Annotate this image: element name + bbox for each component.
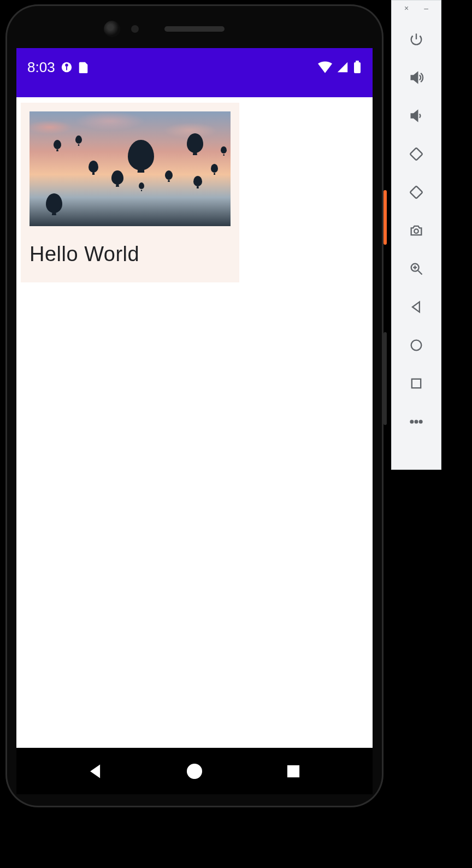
signal-icon [337, 61, 349, 73]
svg-rect-1 [410, 186, 422, 198]
emu-more-button[interactable] [404, 410, 428, 434]
volume-down-button[interactable] [404, 104, 428, 128]
device-screen: 8:03 [16, 48, 373, 794]
status-bar: 8:03 [16, 48, 373, 97]
svg-point-2 [414, 229, 418, 233]
emulator-toolbar: × – [391, 0, 441, 470]
svg-point-13 [65, 64, 68, 67]
rotate-right-icon [409, 185, 424, 200]
emu-home-button[interactable] [404, 333, 428, 357]
svg-rect-8 [412, 379, 421, 388]
sensor-dot [131, 25, 139, 33]
debug-icon [61, 61, 73, 73]
svg-rect-18 [287, 765, 299, 777]
rotate-left-icon [409, 146, 424, 162]
window-minimize-button[interactable]: – [424, 4, 428, 13]
camera-icon [409, 223, 424, 238]
rotate-right-button[interactable] [404, 180, 428, 204]
nav-home-button[interactable] [185, 762, 204, 781]
svg-point-17 [187, 764, 202, 778]
svg-point-10 [415, 421, 418, 423]
zoom-icon [409, 261, 424, 276]
svg-point-11 [420, 421, 422, 423]
emu-overview-button[interactable] [404, 371, 428, 395]
square-overview-icon [409, 376, 424, 391]
speaker-grille [164, 26, 225, 32]
svg-rect-0 [410, 147, 422, 160]
hello-card[interactable]: Hello World [21, 103, 239, 282]
power-button[interactable] [404, 27, 428, 51]
nav-back-icon [87, 763, 104, 780]
emu-back-button[interactable] [404, 295, 428, 319]
svg-point-7 [411, 340, 422, 351]
status-right [318, 61, 362, 74]
emulator-window-controls: × – [392, 4, 441, 20]
triangle-back-icon [409, 299, 424, 315]
status-left: 8:03 [27, 59, 89, 76]
zoom-button[interactable] [404, 257, 428, 281]
device-frame: 8:03 [5, 4, 384, 807]
power-icon [409, 32, 424, 47]
rotate-left-button[interactable] [404, 142, 428, 166]
screenshot-button[interactable] [404, 219, 428, 243]
sd-icon [78, 61, 89, 73]
circle-home-icon [409, 338, 424, 353]
card-title: Hello World [30, 243, 231, 266]
window-close-button[interactable]: × [404, 4, 409, 13]
nav-back-button[interactable] [86, 762, 105, 781]
svg-line-4 [418, 271, 422, 275]
nav-recent-button[interactable] [284, 762, 303, 781]
svg-rect-14 [66, 67, 67, 70]
navigation-bar [16, 748, 373, 794]
nav-home-icon [186, 763, 203, 780]
volume-up-button[interactable] [404, 66, 428, 90]
svg-rect-16 [356, 61, 359, 62]
volume-up-icon [409, 70, 424, 85]
app-content: Hello World [16, 97, 373, 748]
svg-point-9 [411, 421, 414, 423]
wifi-icon [318, 61, 332, 73]
nav-recent-icon [286, 764, 301, 779]
front-camera [104, 21, 120, 37]
volume-down-icon [409, 108, 424, 123]
battery-icon [353, 61, 362, 74]
svg-rect-15 [354, 62, 361, 73]
card-image [30, 111, 231, 226]
more-icon [409, 414, 424, 429]
status-time: 8:03 [27, 59, 55, 76]
